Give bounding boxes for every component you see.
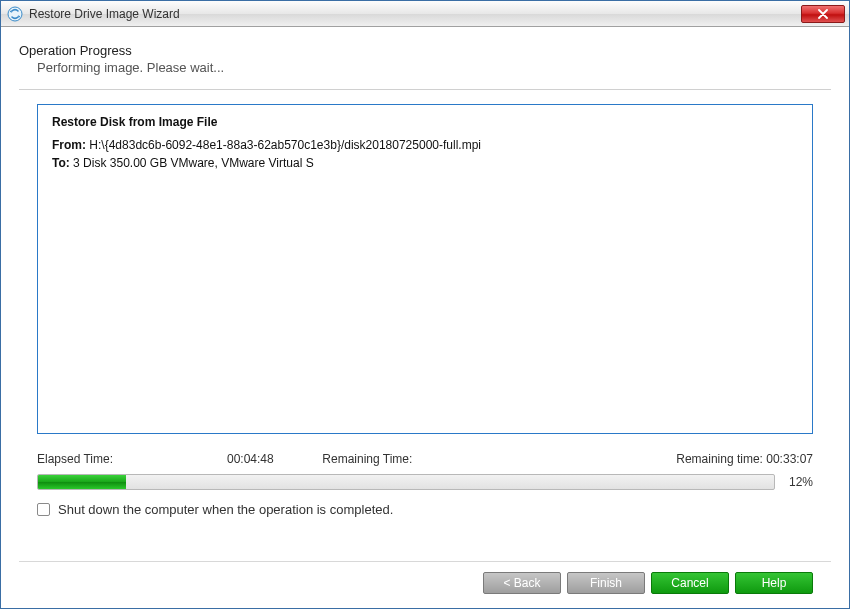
elapsed-time-label: Elapsed Time: xyxy=(37,452,227,466)
remaining-time-value: Remaining time: 00:33:07 xyxy=(676,452,813,466)
help-button[interactable]: Help xyxy=(735,572,813,594)
elapsed-time-value: 00:04:48 xyxy=(227,452,274,466)
app-icon xyxy=(7,6,23,22)
progress-fill xyxy=(38,475,126,489)
finish-button[interactable]: Finish xyxy=(567,572,645,594)
operation-details-box: Restore Disk from Image File From: H:\{4… xyxy=(37,104,813,434)
title-bar: Restore Drive Image Wizard xyxy=(1,1,849,27)
shutdown-label[interactable]: Shut down the computer when the operatio… xyxy=(58,502,393,517)
progress-bar xyxy=(37,474,775,490)
window-title: Restore Drive Image Wizard xyxy=(29,7,801,21)
from-line: From: H:\{4d83dc6b-6092-48e1-88a3-62ab57… xyxy=(52,137,798,153)
shutdown-checkbox[interactable] xyxy=(37,503,50,516)
time-row: Elapsed Time: 00:04:48 Remaining Time: R… xyxy=(19,434,831,474)
back-button[interactable]: < Back xyxy=(483,572,561,594)
from-label: From: xyxy=(52,138,86,152)
button-footer: < Back Finish Cancel Help xyxy=(19,561,831,608)
operation-header: Operation Progress Performing image. Ple… xyxy=(19,37,831,85)
to-line: To: 3 Disk 350.00 GB VMware, VMware Virt… xyxy=(52,155,798,171)
operation-title: Operation Progress xyxy=(19,43,831,58)
remaining-time-label: Remaining Time: xyxy=(322,452,412,466)
divider xyxy=(19,89,831,90)
close-button[interactable] xyxy=(801,5,845,23)
from-value: H:\{4d83dc6b-6092-48e1-88a3-62ab570c1e3b… xyxy=(89,138,481,152)
close-icon xyxy=(817,9,829,19)
cancel-button[interactable]: Cancel xyxy=(651,572,729,594)
to-label: To: xyxy=(52,156,70,170)
operation-subtitle: Performing image. Please wait... xyxy=(19,60,831,75)
progress-row: 12% xyxy=(19,474,831,490)
shutdown-row: Shut down the computer when the operatio… xyxy=(19,490,831,521)
details-title: Restore Disk from Image File xyxy=(52,115,798,129)
progress-percent: 12% xyxy=(783,475,813,489)
to-value: 3 Disk 350.00 GB VMware, VMware Virtual … xyxy=(73,156,314,170)
